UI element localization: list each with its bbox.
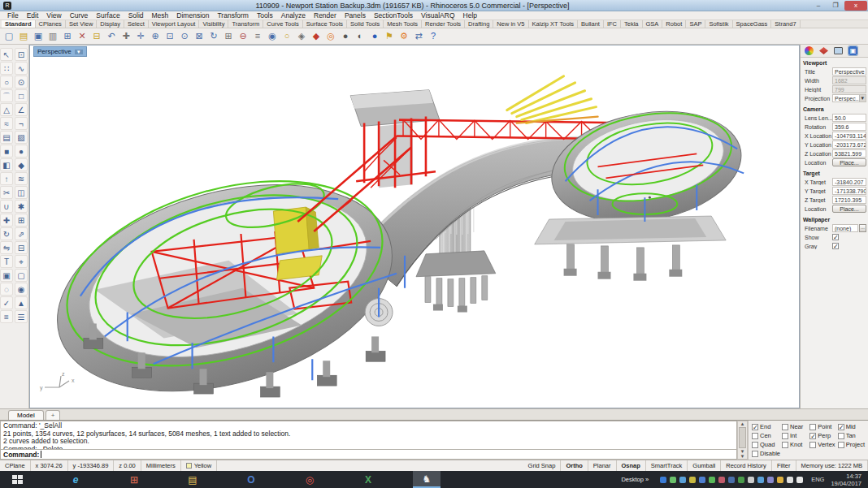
menu-mesh[interactable]: Mesh [148, 11, 173, 19]
move-object-icon[interactable]: ✚ [0, 214, 13, 227]
close-button[interactable]: x [844, 1, 867, 11]
open-file-icon[interactable]: ▤ [17, 30, 30, 43]
status-ortho[interactable]: Ortho [561, 460, 588, 471]
graphics-tray-icon[interactable] [670, 477, 676, 483]
options-gear-icon[interactable]: ⚙ [397, 30, 410, 43]
property-value[interactable]: 50.0 [832, 114, 866, 122]
link-icon[interactable]: ⇄ [412, 30, 425, 43]
selection-filter-icon[interactable]: ⊡ [15, 48, 28, 61]
sync-tray-icon[interactable] [709, 477, 715, 483]
property-value[interactable]: 53821.599 [832, 149, 866, 158]
perspective-viewport[interactable]: Perspective ▼ [29, 45, 800, 408]
toolbar-tab-surface-tools[interactable]: Surface Tools [303, 20, 347, 28]
excel-icon[interactable]: X [354, 471, 382, 488]
scroll-down-icon-2[interactable]: ▼ [740, 454, 745, 459]
menu-view[interactable]: View [42, 11, 65, 19]
mirror-icon[interactable]: ⇋ [0, 241, 13, 254]
status-z[interactable]: z 0.00 [114, 460, 141, 471]
polyline-icon[interactable]: ∠ [15, 103, 28, 116]
projection-dropdown[interactable]: Perspec...▼ [832, 94, 866, 102]
status-osnap[interactable]: Osnap [617, 460, 646, 471]
toolbar-tab-set-view[interactable]: Set View [66, 20, 97, 28]
command-history[interactable]: Command: '_SelAll21 points, 1354 curves,… [0, 421, 737, 450]
toolbar-tab-standard[interactable]: Standard [2, 20, 36, 28]
status-x[interactable]: x 3074.26 [31, 460, 68, 471]
help-tab-icon[interactable]: ▣ [848, 45, 858, 56]
add-layout-tab-button[interactable]: + [46, 410, 61, 420]
shaded-view-icon[interactable]: ● [339, 30, 352, 43]
outlook-icon[interactable]: O [237, 471, 265, 488]
ghosted-view-icon[interactable]: ◐ [354, 30, 367, 43]
print-icon[interactable]: ▥ [46, 30, 59, 43]
toolbar-tab-ifc[interactable]: IFC [604, 20, 621, 28]
place-button[interactable]: Place... [832, 205, 866, 213]
surface-corner-icon[interactable]: ▧ [15, 131, 28, 144]
status-gumball[interactable]: Gumball [688, 460, 721, 471]
properties-icon[interactable]: ☰ [15, 310, 28, 323]
layers-icon[interactable]: ≡ [0, 310, 13, 323]
display-tab-icon[interactable] [833, 45, 844, 56]
curve-icon[interactable]: ∿ [15, 62, 28, 75]
internet-explorer-icon[interactable]: e [62, 471, 89, 488]
toolbar-tab-robot[interactable]: Robot [662, 20, 686, 28]
fillet-icon[interactable]: ¬ [15, 117, 28, 130]
rotate-view-icon[interactable]: ↻ [207, 30, 220, 43]
scrollbar-thumb[interactable] [739, 427, 746, 448]
status-planar[interactable]: Planar [588, 460, 617, 471]
arc-icon[interactable]: ⌒ [0, 89, 13, 102]
lock-icon[interactable]: ◈ [295, 30, 308, 43]
ungroup-icon[interactable]: ▢ [15, 269, 28, 282]
vpn-tray-icon[interactable] [689, 477, 696, 483]
viewport-tab[interactable]: Perspective ▼ [33, 46, 87, 57]
toolbar-tab-gsa[interactable]: GSA [643, 20, 663, 28]
circle-icon[interactable]: ○ [0, 76, 13, 89]
status-millimeters[interactable]: Millimeters [141, 460, 181, 471]
storage-tray-icon[interactable] [738, 477, 744, 483]
sphere-icon[interactable]: ● [15, 145, 28, 158]
mouse-tray-icon[interactable] [748, 477, 754, 483]
maximize-button[interactable]: ❐ [827, 1, 844, 11]
osnap-checkbox-project[interactable] [838, 442, 844, 448]
properties-tab-icon[interactable] [804, 45, 814, 56]
toolbar-tab-solid-tools[interactable]: Solid Tools [347, 20, 384, 28]
place-button[interactable]: Place... [832, 158, 866, 166]
toolbar-tab-render-tools[interactable]: Render Tools [422, 20, 465, 28]
osnap-checkbox-int[interactable] [782, 433, 788, 439]
toolbar-tab-select[interactable]: Select [124, 20, 149, 28]
model-tab[interactable]: Model [8, 410, 44, 420]
osnap-checkbox-tan[interactable] [838, 433, 844, 439]
language-indicator[interactable]: ENG [808, 476, 827, 483]
dimension-icon[interactable]: ⌖ [15, 255, 28, 268]
group-icon[interactable]: ▣ [0, 269, 13, 282]
menu-curve[interactable]: Curve [66, 11, 93, 19]
property-value[interactable]: 17210.395 [832, 196, 866, 204]
viewport-3d-model[interactable] [30, 45, 799, 408]
audio-tray-icon[interactable] [787, 477, 793, 483]
status-grid[interactable]: Grid Snap [523, 460, 562, 471]
osnap-checkbox-mid[interactable]: ✓ [838, 424, 844, 430]
rhino-icon[interactable]: ♞ [413, 471, 441, 488]
cut-icon[interactable]: ✕ [76, 30, 89, 43]
menu-dimension[interactable]: Dimension [172, 11, 213, 19]
join-icon[interactable]: ∪ [0, 200, 13, 213]
copy-object-icon[interactable]: ⊞ [15, 214, 28, 227]
status-record[interactable]: Record History [721, 460, 772, 471]
trim-icon[interactable]: ✂ [0, 186, 13, 199]
rectangle-icon[interactable]: □ [15, 89, 28, 102]
move-icon[interactable]: ✛ [134, 30, 147, 43]
text-icon[interactable]: T [0, 255, 13, 268]
layer-state-icon[interactable]: ≡ [251, 30, 264, 43]
ellipse-icon[interactable]: ⊙ [15, 76, 28, 89]
freeform-curve-icon[interactable]: ≈ [0, 117, 13, 130]
property-value[interactable]: -171338.790 [832, 187, 866, 195]
menu-surface[interactable]: Surface [92, 11, 124, 19]
scale-icon[interactable]: ⇗ [15, 227, 28, 240]
menu-panels[interactable]: Panels [341, 11, 370, 19]
toolbar-tab-transform[interactable]: Transform [228, 20, 263, 28]
render-icon[interactable]: ◆ [310, 30, 323, 43]
show-object-icon[interactable]: ◉ [15, 283, 28, 296]
minimize-button[interactable]: – [810, 1, 827, 11]
zoom-extents-icon[interactable]: ⊠ [193, 30, 206, 43]
property-value[interactable]: -104793.114 [832, 132, 866, 140]
chevron-down-icon[interactable]: ▼ [859, 94, 866, 102]
